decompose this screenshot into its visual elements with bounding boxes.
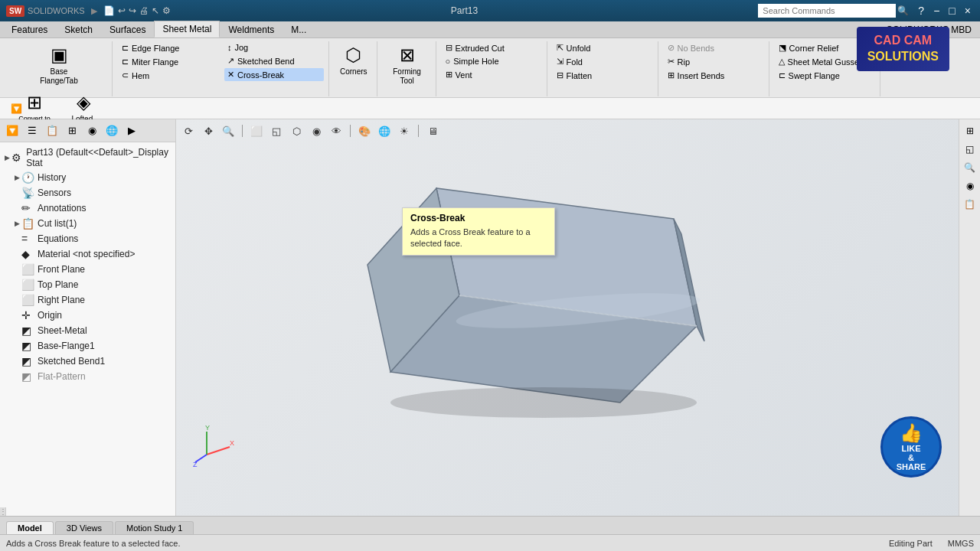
edge-flange-btn[interactable]: ⊏ Edge Flange <box>119 41 218 54</box>
flatten-btn[interactable]: ⊟ Flatten <box>554 69 653 82</box>
tree-config-icon[interactable]: ⊞ <box>63 122 81 139</box>
rotate-view-btn[interactable]: ⟳ <box>179 122 198 139</box>
tree-item-annotations[interactable]: ▶ ✏ Annotations <box>0 201 175 216</box>
miter-flange-btn[interactable]: ⊏ Miter Flange <box>119 55 218 68</box>
panel-collapse-handle[interactable]: ⋮ <box>0 507 6 516</box>
fold-icon: ⇲ <box>557 57 564 67</box>
build-icon[interactable]: ⚙ <box>162 5 171 16</box>
like-share-badge[interactable]: 👍 LIKE & SHARE <box>880 416 942 478</box>
filter-btn[interactable]: 🔽 <box>3 101 30 116</box>
ribbon-group-flanges: ⊏ Edge Flange ⊏ Miter Flange ⊂ Hem ↕ <box>114 41 329 96</box>
tree-expand-all-icon[interactable]: ▶ <box>122 122 141 139</box>
tab-model[interactable]: Model <box>6 521 54 534</box>
extruded-cut-btn[interactable]: ⊟ Extruded Cut <box>443 41 542 54</box>
hem-btn[interactable]: ⊂ Hem <box>119 69 218 82</box>
pan-view-btn[interactable]: ✥ <box>199 122 217 139</box>
unfold-icon: ⇱ <box>557 43 564 53</box>
front-plane-icon: ⬜ <box>21 263 35 276</box>
tab-more[interactable]: M... <box>283 21 315 37</box>
jog-btn[interactable]: ↕ Jog <box>224 41 324 54</box>
tree-item-cut-list[interactable]: ▶ 📋 Cut list(1) <box>0 216 175 231</box>
cross-break-btn[interactable]: ✕ Cross-Break <box>224 68 324 81</box>
tree-item-right-plane[interactable]: ▶ ⬜ Right Plane <box>0 292 175 308</box>
status-message: Adds a Cross Break feature to a selected… <box>6 539 180 548</box>
minimize-btn[interactable]: − <box>930 5 942 17</box>
tab-motion-study[interactable]: Motion Study 1 <box>115 521 194 534</box>
tab-features[interactable]: Features <box>3 21 56 37</box>
insert-bends-btn[interactable]: ⊞ Insert Bends <box>665 69 764 82</box>
restore-btn[interactable]: □ <box>946 5 958 17</box>
tree-item-equations[interactable]: ▶ = Equations <box>0 231 175 246</box>
tab-sheet-metal[interactable]: Sheet Metal <box>154 21 220 37</box>
redo-icon[interactable]: ↪ <box>129 5 136 16</box>
zoom-btn[interactable]: 🔍 <box>219 122 237 139</box>
rmt-btn-3[interactable]: 🔍 <box>962 159 978 176</box>
rmt-btn-5[interactable]: 📋 <box>962 196 978 213</box>
vent-btn[interactable]: ⊞ Vent <box>443 68 542 81</box>
scene-btn[interactable]: 🌐 <box>375 122 394 139</box>
miter-flange-icon: ⊏ <box>122 57 129 67</box>
close-btn[interactable]: × <box>962 5 974 17</box>
rmt-btn-4[interactable]: ◉ <box>962 178 978 194</box>
window-controls: ? − □ × <box>915 5 974 17</box>
simple-hole-btn[interactable]: ○ Simple Hole <box>443 55 542 67</box>
tab-3d-views[interactable]: 3D Views <box>55 521 113 534</box>
rmt-btn-1[interactable]: ⊞ <box>962 122 978 139</box>
sheet-metal-icon: ◩ <box>21 324 35 337</box>
tree-item-base-flange1[interactable]: ▶ ◩ Base-Flange1 <box>0 338 175 354</box>
tree-root[interactable]: ▶ ⚙ Part13 (Default<<Default>_Display St… <box>0 145 175 170</box>
sheet-metal-gusset-icon: △ <box>779 57 785 67</box>
tree-item-sensors[interactable]: ▶ 📡 Sensors <box>0 185 175 201</box>
tree-item-material[interactable]: ▶ ◆ Material <not specified> <box>0 246 175 262</box>
view-display-btn[interactable]: ◱ <box>267 122 286 139</box>
light-btn[interactable]: ☀ <box>395 122 413 139</box>
unfold-btn[interactable]: ⇱ Unfold <box>554 41 653 54</box>
file-icon[interactable]: 📄 <box>103 5 115 16</box>
annotations-icon: ✏ <box>21 202 35 214</box>
tree-display-icon[interactable]: ◉ <box>83 122 101 139</box>
tree-item-origin[interactable]: ▶ ✛ Origin <box>0 308 175 323</box>
ribbon-group-cuts: ⊟ Extruded Cut ○ Simple Hole ⊞ Vent <box>438 41 547 96</box>
origin-icon: ✛ <box>21 309 35 321</box>
extruded-cut-icon: ⊟ <box>446 43 452 53</box>
cadcam-logo: CAD CAM SOLUTIONS <box>857 27 949 71</box>
tree-list-icon[interactable]: ☰ <box>23 122 41 139</box>
view-orient-btn[interactable]: ⬜ <box>247 122 266 139</box>
tree-prop-icon[interactable]: 📋 <box>43 122 61 139</box>
tree-filter-icon[interactable]: 🔽 <box>3 122 21 139</box>
tab-sketch[interactable]: Sketch <box>56 21 101 37</box>
print-icon[interactable]: 🖨 <box>139 5 149 16</box>
app-name: SOLIDWORKS <box>28 6 85 15</box>
appearance-btn[interactable]: 🎨 <box>355 122 374 139</box>
forming-tool-btn[interactable]: ⊠ Forming Tool <box>384 41 431 89</box>
search-icon[interactable]: 🔍 <box>897 5 909 16</box>
svg-point-6 <box>390 387 697 418</box>
help-btn[interactable]: ? <box>915 5 927 17</box>
fold-btn[interactable]: ⇲ Fold <box>554 55 653 68</box>
rmt-btn-2[interactable]: ◱ <box>962 141 978 158</box>
rip-btn[interactable]: ✂ Rip <box>665 55 764 68</box>
bottom-tabs: Model 3D Views Motion Study 1 <box>0 516 980 534</box>
hide-show-btn[interactable]: 👁 <box>327 122 345 139</box>
file-name: Part13 <box>171 5 759 16</box>
cursor-icon[interactable]: ↖ <box>152 5 159 16</box>
tree-scene-icon[interactable]: 🌐 <box>103 122 121 139</box>
tree-item-top-plane[interactable]: ▶ ⬜ Top Plane <box>0 277 175 292</box>
display-mode-btn[interactable]: 🖥 <box>423 122 442 139</box>
tree-item-flat-pattern[interactable]: ▶ ◩ Flat-Pattern <box>0 369 175 384</box>
tree-item-sketched-bend1[interactable]: ▶ ◩ Sketched Bend1 <box>0 354 175 369</box>
base-flange-btn[interactable]: ▣ Base Flange/Tab <box>35 41 83 89</box>
search-commands-input[interactable] <box>758 4 896 18</box>
undo-icon[interactable]: ↩ <box>118 5 126 16</box>
tree-item-sheet-metal[interactable]: ▶ ◩ Sheet-Metal <box>0 323 175 338</box>
tree-item-history[interactable]: ▶ 🕐 History <box>0 170 175 185</box>
tree-item-front-plane[interactable]: ▶ ⬜ Front Plane <box>0 262 175 277</box>
corners-btn[interactable]: ⬡ Corners <box>335 41 372 80</box>
sketched-bend-btn[interactable]: ↗ Sketched Bend <box>224 54 324 67</box>
tab-surfaces[interactable]: Surfaces <box>101 21 154 37</box>
no-bends-btn[interactable]: ⊘ No Bends <box>665 41 764 54</box>
view-3d-btn[interactable]: ⬡ <box>287 122 305 139</box>
ribbon-content: ▣ Base Flange/Tab ⊞ Convert to Sheet Met… <box>0 38 980 99</box>
tab-weldments[interactable]: Weldments <box>220 21 283 37</box>
section-view-btn[interactable]: ◉ <box>307 122 325 139</box>
